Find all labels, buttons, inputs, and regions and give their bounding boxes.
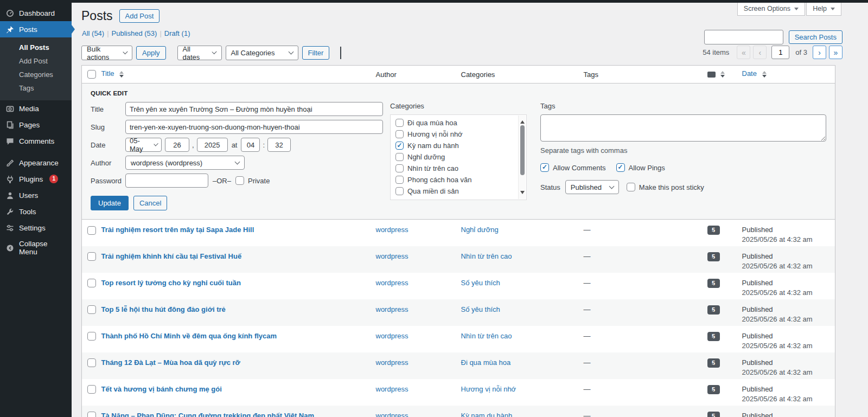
sidebar-item-posts[interactable]: Posts [0, 21, 72, 37]
next-page-button[interactable]: › [813, 46, 826, 59]
post-category-link[interactable]: Số yêu thích [461, 305, 500, 313]
submenu-item-add-post[interactable]: Add Post [0, 54, 72, 68]
post-title-link[interactable]: Thành phố Hồ Chí Minh về đêm qua ống kín… [101, 332, 277, 340]
month-select[interactable]: 05-May [125, 138, 162, 152]
post-title-link[interactable]: Top resort lý tưởng cho kỳ nghỉ cuối tuầ… [101, 279, 241, 287]
post-author-link[interactable]: wordpress [376, 385, 409, 393]
comments-count-bubble[interactable]: 5 [707, 332, 720, 341]
scrollbar-thumb[interactable] [520, 125, 525, 175]
post-author-link[interactable]: wordpress [376, 252, 409, 260]
cancel-button[interactable]: Cancel [133, 196, 167, 210]
hour-field[interactable] [241, 138, 260, 152]
comments-count-bubble[interactable]: 5 [707, 226, 720, 235]
update-button[interactable]: Update [91, 196, 129, 210]
sidebar-item-media[interactable]: Media [0, 100, 72, 117]
post-category-link[interactable]: Nghỉ dưỡng [461, 226, 499, 234]
submenu-item-categories[interactable]: Categories [0, 68, 72, 81]
current-page-input[interactable] [771, 46, 789, 59]
category-checklist-item[interactable]: Qua miền di sản [395, 187, 515, 195]
scroll-up-icon[interactable] [520, 118, 525, 124]
allow-pings-checkbox[interactable]: ✓ [616, 163, 625, 172]
prev-page-button[interactable]: ‹ [753, 46, 767, 59]
row-checkbox[interactable] [87, 279, 96, 287]
post-author-link[interactable]: wordpress [376, 305, 409, 313]
row-checkbox[interactable] [87, 358, 96, 367]
comments-count-bubble[interactable]: 5 [707, 358, 720, 368]
comments-count-bubble[interactable]: 5 [707, 252, 720, 261]
sticky-checkbox[interactable] [627, 183, 635, 191]
private-checkbox[interactable] [235, 176, 244, 185]
scroll-down-icon[interactable] [520, 191, 525, 196]
post-title-link[interactable]: Top 5 lễ hội thu hút đông đảo giới trẻ [101, 305, 226, 313]
post-author-link[interactable]: wordpress [376, 412, 409, 417]
sidebar-item-pages[interactable]: Pages [0, 117, 72, 133]
sidebar-item-settings[interactable]: Settings [0, 220, 72, 236]
category-checkbox[interactable] [395, 187, 404, 195]
category-checkbox[interactable] [395, 153, 404, 161]
submenu-item-tags[interactable]: Tags [0, 81, 72, 95]
category-checklist-item[interactable]: ✓Kỳ nam du hành [395, 142, 515, 150]
sidebar-item-users[interactable]: Users [0, 187, 72, 203]
category-checklist-item[interactable]: Nhìn từ trên cao [395, 164, 515, 172]
post-title-link[interactable]: Tết và hương vị bánh chưng mẹ gói [101, 385, 222, 393]
categories-filter-select[interactable]: All Categories [226, 46, 298, 60]
bulk-actions-select[interactable]: Bulk actions [81, 46, 132, 60]
submenu-item-all-posts[interactable]: All Posts [0, 41, 72, 54]
category-checklist-item[interactable]: Đi qua mùa hoa [395, 119, 515, 127]
author-select[interactable]: wordpress (wordpress) [125, 156, 245, 170]
sidebar-item-appearance[interactable]: Appearance [0, 155, 72, 171]
category-checkbox[interactable]: ✓ [395, 142, 404, 150]
view-all-link[interactable]: All (54) [82, 29, 104, 37]
category-checkbox[interactable] [395, 119, 404, 127]
category-checkbox[interactable] [395, 176, 404, 184]
filter-button[interactable]: Filter [302, 46, 330, 60]
sort-by-title[interactable]: Title [101, 69, 114, 78]
post-author-link[interactable]: wordpress [376, 358, 409, 367]
screen-options-button[interactable]: Screen Options [737, 3, 805, 16]
apply-button[interactable]: Apply [136, 46, 166, 60]
tags-textarea[interactable] [540, 114, 826, 142]
post-category-link[interactable]: Số yêu thích [461, 279, 500, 287]
allow-pings-toggle[interactable]: ✓ Allow Pings [616, 163, 665, 172]
status-select[interactable]: Published [565, 180, 619, 194]
post-category-link[interactable]: Đi qua mùa hoa [461, 358, 511, 367]
category-checkbox[interactable] [395, 130, 404, 138]
select-all-checkbox[interactable] [87, 70, 96, 79]
view-published-link[interactable]: Published (53) [112, 29, 157, 37]
post-author-link[interactable]: wordpress [376, 226, 409, 234]
comments-count-bubble[interactable]: 5 [707, 305, 720, 315]
sidebar-item-comments[interactable]: Comments [0, 133, 72, 149]
last-page-button[interactable]: » [829, 46, 843, 59]
dates-filter-select[interactable]: All dates [177, 46, 222, 60]
category-checklist-item[interactable]: Phong cách hoa văn [395, 176, 515, 184]
first-page-button[interactable]: « [737, 46, 750, 59]
comments-column-icon[interactable] [707, 72, 716, 78]
minute-field[interactable] [267, 138, 291, 152]
sort-by-date[interactable]: Date [742, 69, 757, 78]
post-category-link[interactable]: Kỳ nam du hành [461, 412, 513, 417]
sticky-toggle[interactable]: Make this post sticky [627, 183, 704, 191]
post-title-link[interactable]: Trải nghiệm khinh khí cầu tại Festival H… [101, 252, 242, 260]
post-author-link[interactable]: wordpress [376, 332, 409, 340]
slug-field[interactable] [125, 120, 383, 134]
title-field[interactable] [125, 102, 383, 116]
row-checkbox[interactable] [87, 332, 96, 341]
post-category-link[interactable]: Hương vị nỗi nhớ [461, 385, 516, 393]
help-button[interactable]: Help [806, 3, 841, 16]
comments-count-bubble[interactable]: 5 [707, 385, 720, 394]
post-title-link[interactable]: Tà Năng – Phan Dũng: Cung đường trekking… [101, 412, 315, 417]
row-checkbox[interactable] [87, 385, 96, 394]
search-posts-button[interactable]: Search Posts [789, 30, 843, 44]
category-checklist-item[interactable]: Nghỉ dưỡng [395, 153, 515, 161]
day-field[interactable] [165, 138, 189, 152]
password-field[interactable] [125, 174, 208, 188]
year-field[interactable] [197, 138, 228, 152]
comments-count-bubble[interactable]: 5 [707, 412, 720, 417]
post-category-link[interactable]: Nhìn từ trên cao [461, 332, 512, 340]
post-category-link[interactable]: Nhìn từ trên cao [461, 252, 512, 260]
sidebar-item-dashboard[interactable]: Dashboard [0, 5, 72, 21]
post-author-link[interactable]: wordpress [376, 279, 409, 287]
sidebar-item-tools[interactable]: Tools [0, 203, 72, 220]
comments-count-bubble[interactable]: 5 [707, 279, 720, 288]
category-checkbox[interactable] [395, 164, 404, 172]
